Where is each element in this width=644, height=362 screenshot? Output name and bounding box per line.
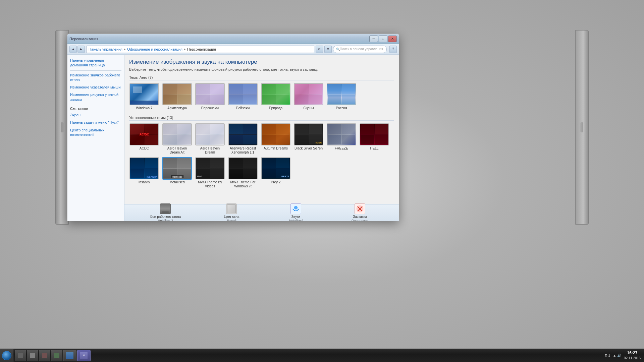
theme-insanity-name: Insanity [139,180,150,184]
taskbar-btn-control-panel[interactable]: ⚙ [77,350,91,361]
theme-insanity[interactable]: INSANITY Insanity [129,157,159,188]
forward-button[interactable]: ► [77,46,85,53]
taskbar-icon-5 [66,352,73,359]
search-placeholder-text: Поиск в панели управления [340,47,383,51]
theme-hell[interactable]: HELL [359,123,389,155]
taskbar-btn-4[interactable] [51,350,62,361]
help-button[interactable]: ? [389,46,397,53]
theme-autumn[interactable]: Autumn Dreams [261,123,291,155]
refresh-button[interactable]: ↺ [316,46,323,53]
theme-persons[interactable]: Персонажи [195,83,225,110]
back-button[interactable]: ◄ [69,46,77,53]
theme-persons-name: Персонажи [201,106,219,110]
scenes-mini-grid [294,84,323,105]
taskbar-icon-2 [30,353,35,358]
autumn-mini-grid [262,124,290,145]
window-title: Персонализация [69,37,98,41]
theme-scenes[interactable]: Сцены [293,83,324,110]
theme-aero-heaven-thumbnail [195,123,225,145]
theme-acdc-thumbnail: AC/DC [129,123,159,145]
theme-arch[interactable]: Архитектура [162,83,192,110]
theme-landscapes-name: Пейзажи [236,106,250,110]
cp-icon-text: ⚙ [83,354,85,357]
sidebar-home-link[interactable]: Панель управления - домашняя страница [70,58,121,68]
bottom-screensaver-icon [355,203,365,214]
theme-prey2[interactable]: PREY2 Prey 2 [261,157,291,188]
theme-mw3-black[interactable]: MW3 MW3 Theme By Videos [195,157,225,188]
taskbar-btn-1[interactable] [15,350,26,361]
aero-themes-grid: Windows 7 Архитектура [129,83,394,110]
theme-autumn-name: Autumn Dreams [264,146,288,150]
theme-aero-heaven-alt[interactable]: Aero Heaven Dream Alt [162,123,192,155]
theme-metallised[interactable]: Metallised Metallised [162,157,192,188]
taskbar-time: 16:27 [624,351,641,356]
theme-acdc[interactable]: AC/DC ACDC [129,123,159,155]
sidebar-taskbar[interactable]: Панель задач и меню "Пуск" [70,120,121,125]
theme-prey2-thumbnail: PREY2 [261,157,290,179]
address-bar[interactable]: Панель управления ▸ Оформление и персона… [86,46,314,53]
start-button[interactable] [0,349,13,362]
left-handle [61,122,63,132]
theme-mw3-black-thumbnail: MW3 [195,157,225,179]
theme-nature[interactable]: Природа [261,83,291,110]
close-button[interactable]: ✕ [388,36,397,42]
theme-alienware-thumbnail [228,123,258,145]
sidebar: Панель управления - домашняя страница Из… [67,55,124,221]
bottom-bg-icon [160,203,171,214]
landscapes-mini-grid [229,84,257,105]
theme-black-silver-name: Black Silver Se7en [294,146,323,150]
sidebar-change-icons[interactable]: Изменение значков рабочего стола [70,73,121,82]
taskbar-btn-5[interactable] [63,350,76,361]
expand-button[interactable]: ▼ [324,46,332,53]
theme-russia[interactable]: Россия [326,83,357,110]
aero-themes-label: Темы Aero (7) [129,75,394,80]
theme-nature-thumbnail [261,83,290,105]
theme-black-silver[interactable]: TIGER Black Silver Se7en [293,123,324,155]
sidebar-change-cursor[interactable]: Изменение указателей мыши [70,85,121,89]
sidebar-change-account-pic[interactable]: Изменение рисунка учетной записи [70,92,121,102]
side-panel-left [55,30,69,225]
theme-alienware[interactable]: Alienware Recast Xenomorph 1.1 [228,123,258,155]
minimize-button[interactable]: ─ [369,36,378,42]
bottom-color-sublabel: Другой [227,219,236,221]
theme-metallised-name: Metallised [169,180,184,184]
theme-windows7[interactable]: Windows 7 [129,83,159,110]
bottom-bg-label: Фон рабочего стола [150,215,181,219]
maximize-button[interactable]: □ [379,36,387,42]
taskbar-icon-cp: ⚙ [80,352,88,359]
aero-heaven-alt-mini-grid [163,124,191,145]
installed-themes-label: Установленные темы (13) [129,115,394,121]
bottom-screensaver-item[interactable]: Заставка Отсутствует [346,203,373,221]
bottom-color-item[interactable]: Цвет окна Другой [218,203,245,221]
breadcrumb-control-panel[interactable]: Панель управления [89,47,122,51]
nature-mini-grid [262,84,290,105]
nav-right: ↺ ▼ [316,46,332,53]
taskbar-btn-2[interactable] [27,350,38,361]
sidebar-accessibility[interactable]: Центр специальных возможностей [70,128,121,137]
theme-persons-thumbnail [195,83,225,105]
theme-freeze-thumbnail [327,123,356,145]
bottom-sounds-item[interactable]: Звуки Metallised [282,203,309,221]
russia-mini-grid [327,84,356,105]
sidebar-screen[interactable]: Экран [70,113,121,117]
theme-aero-heaven[interactable]: Aero Heaven Dream [195,123,225,155]
svg-point-0 [294,206,298,209]
search-bar[interactable]: 🔍 Поиск в панели управления [333,46,387,53]
taskbar-items: ⚙ [13,350,601,361]
theme-landscapes-thumbnail [228,83,258,105]
theme-scenes-name: Сцены [303,106,314,110]
taskbar-clock[interactable]: 16:27 02.11.2016 [624,351,641,360]
hell-mini-grid [360,124,388,145]
theme-arch-name: Архитектура [167,106,187,110]
arch-mini-grid [163,84,191,105]
bottom-bg-item[interactable]: Фон рабочего стола Metallised2 [150,203,181,221]
breadcrumb-design[interactable]: Оформление и персонализация [127,47,182,51]
separator-1: ▸ [124,47,126,51]
theme-mw3-win[interactable]: MW3 Theme For Windows 7t [228,157,258,188]
theme-landscapes[interactable]: Пейзажи [228,83,258,110]
theme-freeze[interactable]: FREEZE [326,123,357,155]
taskbar-btn-3[interactable] [39,350,50,361]
installed-themes-grid: AC/DC ACDC Aero Heaven Dream Alt [129,123,394,188]
taskbar-icon-4 [54,353,59,358]
window-body: Панель управления - домашняя страница Из… [67,55,399,221]
